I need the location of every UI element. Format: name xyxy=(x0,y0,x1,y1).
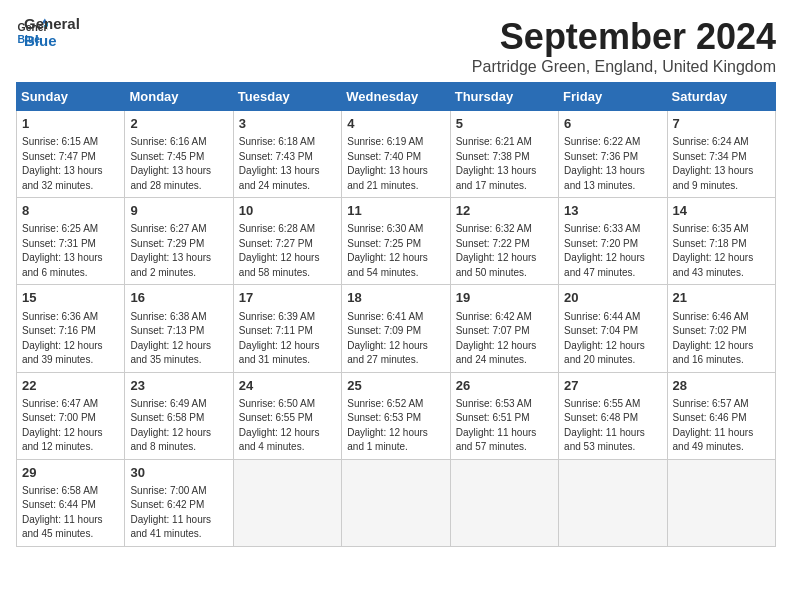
calendar-cell: 22Sunrise: 6:47 AM Sunset: 7:00 PM Dayli… xyxy=(17,372,125,459)
day-number: 26 xyxy=(456,377,553,395)
day-info: Sunrise: 6:24 AM Sunset: 7:34 PM Dayligh… xyxy=(673,135,770,193)
calendar-cell: 8Sunrise: 6:25 AM Sunset: 7:31 PM Daylig… xyxy=(17,198,125,285)
day-number: 25 xyxy=(347,377,444,395)
day-number: 15 xyxy=(22,289,119,307)
day-number: 18 xyxy=(347,289,444,307)
weekday-header-sunday: Sunday xyxy=(17,83,125,111)
day-info: Sunrise: 6:19 AM Sunset: 7:40 PM Dayligh… xyxy=(347,135,444,193)
calendar-cell: 20Sunrise: 6:44 AM Sunset: 7:04 PM Dayli… xyxy=(559,285,667,372)
header: General Blue General Blue September 2024… xyxy=(16,16,776,76)
day-info: Sunrise: 6:27 AM Sunset: 7:29 PM Dayligh… xyxy=(130,222,227,280)
calendar-cell: 12Sunrise: 6:32 AM Sunset: 7:22 PM Dayli… xyxy=(450,198,558,285)
day-info: Sunrise: 6:39 AM Sunset: 7:11 PM Dayligh… xyxy=(239,310,336,368)
day-info: Sunrise: 6:30 AM Sunset: 7:25 PM Dayligh… xyxy=(347,222,444,280)
day-info: Sunrise: 6:49 AM Sunset: 6:58 PM Dayligh… xyxy=(130,397,227,455)
week-row-3: 15Sunrise: 6:36 AM Sunset: 7:16 PM Dayli… xyxy=(17,285,776,372)
week-row-2: 8Sunrise: 6:25 AM Sunset: 7:31 PM Daylig… xyxy=(17,198,776,285)
calendar-cell: 3Sunrise: 6:18 AM Sunset: 7:43 PM Daylig… xyxy=(233,111,341,198)
calendar-cell: 2Sunrise: 6:16 AM Sunset: 7:45 PM Daylig… xyxy=(125,111,233,198)
calendar-cell: 15Sunrise: 6:36 AM Sunset: 7:16 PM Dayli… xyxy=(17,285,125,372)
day-number: 1 xyxy=(22,115,119,133)
day-number: 5 xyxy=(456,115,553,133)
day-number: 12 xyxy=(456,202,553,220)
calendar-cell: 10Sunrise: 6:28 AM Sunset: 7:27 PM Dayli… xyxy=(233,198,341,285)
day-info: Sunrise: 6:46 AM Sunset: 7:02 PM Dayligh… xyxy=(673,310,770,368)
calendar-cell: 7Sunrise: 6:24 AM Sunset: 7:34 PM Daylig… xyxy=(667,111,775,198)
calendar-cell: 21Sunrise: 6:46 AM Sunset: 7:02 PM Dayli… xyxy=(667,285,775,372)
day-number: 8 xyxy=(22,202,119,220)
calendar-cell: 11Sunrise: 6:30 AM Sunset: 7:25 PM Dayli… xyxy=(342,198,450,285)
calendar-cell: 28Sunrise: 6:57 AM Sunset: 6:46 PM Dayli… xyxy=(667,372,775,459)
day-info: Sunrise: 7:00 AM Sunset: 6:42 PM Dayligh… xyxy=(130,484,227,542)
day-number: 16 xyxy=(130,289,227,307)
calendar-table: SundayMondayTuesdayWednesdayThursdayFrid… xyxy=(16,82,776,547)
day-number: 22 xyxy=(22,377,119,395)
day-number: 19 xyxy=(456,289,553,307)
day-number: 27 xyxy=(564,377,661,395)
day-number: 6 xyxy=(564,115,661,133)
weekday-header-monday: Monday xyxy=(125,83,233,111)
location-subtitle: Partridge Green, England, United Kingdom xyxy=(472,58,776,76)
day-info: Sunrise: 6:18 AM Sunset: 7:43 PM Dayligh… xyxy=(239,135,336,193)
day-info: Sunrise: 6:41 AM Sunset: 7:09 PM Dayligh… xyxy=(347,310,444,368)
weekday-header-thursday: Thursday xyxy=(450,83,558,111)
calendar-cell: 25Sunrise: 6:52 AM Sunset: 6:53 PM Dayli… xyxy=(342,372,450,459)
day-number: 11 xyxy=(347,202,444,220)
day-info: Sunrise: 6:42 AM Sunset: 7:07 PM Dayligh… xyxy=(456,310,553,368)
calendar-cell xyxy=(667,459,775,546)
logo-line1: General xyxy=(24,16,80,33)
calendar-cell: 24Sunrise: 6:50 AM Sunset: 6:55 PM Dayli… xyxy=(233,372,341,459)
calendar-cell: 6Sunrise: 6:22 AM Sunset: 7:36 PM Daylig… xyxy=(559,111,667,198)
calendar-cell: 16Sunrise: 6:38 AM Sunset: 7:13 PM Dayli… xyxy=(125,285,233,372)
day-number: 13 xyxy=(564,202,661,220)
day-number: 4 xyxy=(347,115,444,133)
calendar-cell: 23Sunrise: 6:49 AM Sunset: 6:58 PM Dayli… xyxy=(125,372,233,459)
weekday-header-row: SundayMondayTuesdayWednesdayThursdayFrid… xyxy=(17,83,776,111)
day-info: Sunrise: 6:44 AM Sunset: 7:04 PM Dayligh… xyxy=(564,310,661,368)
weekday-header-tuesday: Tuesday xyxy=(233,83,341,111)
day-info: Sunrise: 6:21 AM Sunset: 7:38 PM Dayligh… xyxy=(456,135,553,193)
day-info: Sunrise: 6:47 AM Sunset: 7:00 PM Dayligh… xyxy=(22,397,119,455)
day-number: 10 xyxy=(239,202,336,220)
calendar-cell: 30Sunrise: 7:00 AM Sunset: 6:42 PM Dayli… xyxy=(125,459,233,546)
day-info: Sunrise: 6:28 AM Sunset: 7:27 PM Dayligh… xyxy=(239,222,336,280)
day-number: 2 xyxy=(130,115,227,133)
week-row-1: 1Sunrise: 6:15 AM Sunset: 7:47 PM Daylig… xyxy=(17,111,776,198)
day-number: 7 xyxy=(673,115,770,133)
day-info: Sunrise: 6:35 AM Sunset: 7:18 PM Dayligh… xyxy=(673,222,770,280)
logo: General Blue General Blue xyxy=(16,16,80,49)
day-number: 17 xyxy=(239,289,336,307)
day-number: 20 xyxy=(564,289,661,307)
day-info: Sunrise: 6:16 AM Sunset: 7:45 PM Dayligh… xyxy=(130,135,227,193)
day-number: 30 xyxy=(130,464,227,482)
calendar-cell: 26Sunrise: 6:53 AM Sunset: 6:51 PM Dayli… xyxy=(450,372,558,459)
day-info: Sunrise: 6:50 AM Sunset: 6:55 PM Dayligh… xyxy=(239,397,336,455)
calendar-cell: 27Sunrise: 6:55 AM Sunset: 6:48 PM Dayli… xyxy=(559,372,667,459)
weekday-header-wednesday: Wednesday xyxy=(342,83,450,111)
calendar-cell: 9Sunrise: 6:27 AM Sunset: 7:29 PM Daylig… xyxy=(125,198,233,285)
day-info: Sunrise: 6:25 AM Sunset: 7:31 PM Dayligh… xyxy=(22,222,119,280)
calendar-cell: 29Sunrise: 6:58 AM Sunset: 6:44 PM Dayli… xyxy=(17,459,125,546)
day-info: Sunrise: 6:32 AM Sunset: 7:22 PM Dayligh… xyxy=(456,222,553,280)
calendar-cell xyxy=(342,459,450,546)
day-info: Sunrise: 6:38 AM Sunset: 7:13 PM Dayligh… xyxy=(130,310,227,368)
calendar-cell xyxy=(450,459,558,546)
day-info: Sunrise: 6:33 AM Sunset: 7:20 PM Dayligh… xyxy=(564,222,661,280)
week-row-5: 29Sunrise: 6:58 AM Sunset: 6:44 PM Dayli… xyxy=(17,459,776,546)
day-number: 3 xyxy=(239,115,336,133)
calendar-cell xyxy=(559,459,667,546)
weekday-header-saturday: Saturday xyxy=(667,83,775,111)
month-title: September 2024 xyxy=(472,16,776,58)
day-number: 28 xyxy=(673,377,770,395)
day-info: Sunrise: 6:55 AM Sunset: 6:48 PM Dayligh… xyxy=(564,397,661,455)
day-info: Sunrise: 6:15 AM Sunset: 7:47 PM Dayligh… xyxy=(22,135,119,193)
title-block: September 2024 Partridge Green, England,… xyxy=(472,16,776,76)
day-info: Sunrise: 6:57 AM Sunset: 6:46 PM Dayligh… xyxy=(673,397,770,455)
calendar-cell: 13Sunrise: 6:33 AM Sunset: 7:20 PM Dayli… xyxy=(559,198,667,285)
calendar-cell: 18Sunrise: 6:41 AM Sunset: 7:09 PM Dayli… xyxy=(342,285,450,372)
day-info: Sunrise: 6:22 AM Sunset: 7:36 PM Dayligh… xyxy=(564,135,661,193)
day-number: 24 xyxy=(239,377,336,395)
calendar-cell xyxy=(233,459,341,546)
week-row-4: 22Sunrise: 6:47 AM Sunset: 7:00 PM Dayli… xyxy=(17,372,776,459)
logo-line2: Blue xyxy=(24,33,80,50)
